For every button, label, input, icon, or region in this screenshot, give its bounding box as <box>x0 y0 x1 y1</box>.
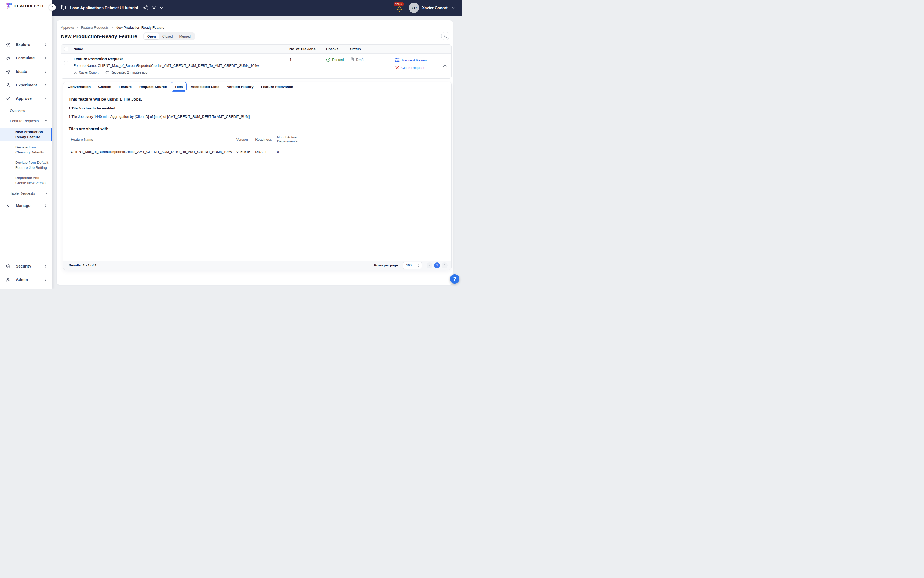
close-request-label: Close Request <box>401 66 424 70</box>
sidebar-item-label: Security <box>16 264 31 268</box>
shared-feature-name: CLIENT_Max_of_BureauReportedCredits_AMT_… <box>69 146 234 155</box>
sidebar-item-deprecate-and-create-new-version[interactable]: Deprecate And Create New Version <box>0 174 52 186</box>
tab-feature[interactable]: Feature <box>115 82 136 91</box>
sidebar-item-explore[interactable]: Explore <box>0 40 52 49</box>
tab-tiles[interactable]: Tiles <box>171 82 187 91</box>
chevron-down-icon <box>44 97 47 100</box>
shared-column-feature-name: Feature Name <box>69 134 234 146</box>
sidebar-item-label: Feature Requests <box>10 119 39 123</box>
chevron-right-icon <box>45 57 47 59</box>
bell-icon <box>396 6 403 13</box>
requested-time: Requested 2 minutes ago <box>110 71 147 74</box>
sidebar-item-overview[interactable]: Overview <box>0 107 52 114</box>
filter-closed-button[interactable]: Closed <box>159 33 176 39</box>
chevron-right-icon <box>45 265 47 268</box>
results-footer: Results: 1 - 1 of 1 Rows per page: 100 1 <box>63 261 451 270</box>
chevron-down-icon[interactable] <box>160 6 164 10</box>
column-header-checks: Checks <box>326 47 350 51</box>
telescope-icon <box>6 42 10 47</box>
sidebar-item-approve[interactable]: Approve <box>0 94 52 103</box>
table-row[interactable]: Feature Promotion Request Feature Name: … <box>61 54 451 78</box>
tab-associated-lists[interactable]: Associated Lists <box>187 82 223 91</box>
sidebar-item-label: Ideate <box>16 70 27 74</box>
checks-status: Passed <box>332 58 344 62</box>
chevron-down-icon[interactable] <box>451 6 455 10</box>
previous-page-button[interactable] <box>426 263 433 268</box>
detail-tabs: Conversation Checks Feature Request Sour… <box>63 82 451 92</box>
filter-open-button[interactable]: Open <box>144 33 159 39</box>
sidebar-item-security[interactable]: Security <box>0 261 52 271</box>
sidebar-item-deviate-from-cleaning-defaults[interactable]: Deviate from Cleaning Defaults <box>0 144 52 156</box>
filter-merged-button[interactable]: Merged <box>176 33 194 39</box>
tab-version-history[interactable]: Version History <box>223 82 257 91</box>
breadcrumb-feature-requests[interactable]: Feature Requests <box>81 26 109 29</box>
breadcrumb-approve[interactable]: Approve <box>61 26 74 29</box>
close-x-icon <box>395 66 399 70</box>
sidebar-item-label: Deprecate And Create New Version <box>15 175 50 185</box>
sidebar-item-formulate[interactable]: Formulate <box>0 54 52 63</box>
column-header-tile-jobs: No. of Tile Jobs <box>290 47 326 51</box>
head-gear-icon <box>6 56 10 60</box>
breadcrumb-separator-icon <box>76 26 78 29</box>
current-page-button[interactable]: 1 <box>434 263 440 268</box>
select-all-checkbox[interactable] <box>64 47 68 51</box>
sidebar-divider <box>0 259 52 259</box>
check-circle-icon <box>326 57 331 62</box>
avatar[interactable]: XC <box>409 3 419 13</box>
sidebar-item-label: Deviate from Default Feature Job Setting <box>15 160 50 170</box>
sidebar-item-deviate-from-default-feature-job-setting[interactable]: Deviate from Default Feature Job Setting <box>0 159 52 171</box>
featurebyte-logo[interactable]: FEATUREBYTE <box>6 2 45 9</box>
row-collapse-button[interactable] <box>443 64 447 68</box>
sidebar-item-label: Admin <box>16 278 28 282</box>
activity-pulse-icon <box>6 203 10 208</box>
shared-deployments: 0 <box>275 146 310 155</box>
sidebar-collapse-button[interactable] <box>49 4 56 11</box>
rows-per-page-select[interactable]: 100 <box>403 262 422 269</box>
breadcrumb-current: New Production-Ready Feature <box>116 26 164 29</box>
tile-jobs-count: 1 <box>290 54 326 78</box>
sidebar-item-admin[interactable]: Admin <box>0 275 52 284</box>
user-settings-icon <box>6 278 10 282</box>
sidebar-item-experiment[interactable]: Experiment <box>0 81 52 89</box>
tiles-shared-heading: Tiles are shared with: <box>69 127 446 131</box>
tiles-schedule-line: 1 Tile Job every 1440 min: Aggregation b… <box>69 115 446 119</box>
user-icon <box>73 71 77 74</box>
next-page-button[interactable] <box>442 263 447 268</box>
rows-per-page-value: 100 <box>406 263 412 267</box>
tiles-tab-content: This feature will be using 1 Tile Jobs. … <box>63 92 451 261</box>
notifications-button[interactable]: 999+ <box>396 2 405 13</box>
shared-version: V250515 <box>234 146 253 155</box>
chevron-left-icon <box>51 6 53 8</box>
sidebar-item-ideate[interactable]: Ideate <box>0 67 52 76</box>
tab-request-source[interactable]: Request Source <box>136 82 171 91</box>
sidebar-item-label: Table Requests <box>10 191 35 195</box>
chevron-down-icon <box>45 119 47 122</box>
sidebar-item-label: Deviate from Cleaning Defaults <box>15 144 50 155</box>
help-button[interactable]: ? <box>450 274 459 284</box>
page-title: New Production-Ready Feature <box>61 34 137 39</box>
row-checkbox[interactable] <box>64 61 68 65</box>
tab-checks[interactable]: Checks <box>94 82 115 91</box>
main-content-card: Approve Feature Requests New Production-… <box>57 20 453 285</box>
shared-column-readiness: Readiness <box>253 134 275 146</box>
search-icon <box>443 34 447 38</box>
chevron-right-icon <box>45 84 47 86</box>
flask-icon <box>6 83 10 88</box>
request-review-button[interactable]: Request Review <box>395 58 451 63</box>
tab-conversation[interactable]: Conversation <box>64 82 94 91</box>
sidebar-item-new-production-ready-feature[interactable]: New Production-Ready Feature <box>0 128 52 141</box>
chevron-right-icon <box>444 264 446 266</box>
sidebar-item-manage[interactable]: Manage <box>0 201 52 210</box>
top-bar: Loan Applications Dataset UI tutorial 99… <box>52 0 462 16</box>
search-button[interactable] <box>441 32 449 40</box>
sidebar-item-label: Manage <box>16 203 30 208</box>
request-status: Draft <box>356 58 363 62</box>
sidebar-item-table-requests[interactable]: Table Requests <box>0 190 52 196</box>
workspace-title[interactable]: Loan Applications Dataset UI tutorial <box>70 6 138 10</box>
gear-icon[interactable] <box>151 5 157 10</box>
tab-feature-relevance[interactable]: Feature Relevance <box>257 82 297 91</box>
share-icon[interactable] <box>143 5 148 10</box>
shield-icon <box>6 264 10 269</box>
sidebar-item-feature-requests[interactable]: Feature Requests <box>0 118 52 124</box>
shared-readiness: DRAFT <box>253 146 275 155</box>
